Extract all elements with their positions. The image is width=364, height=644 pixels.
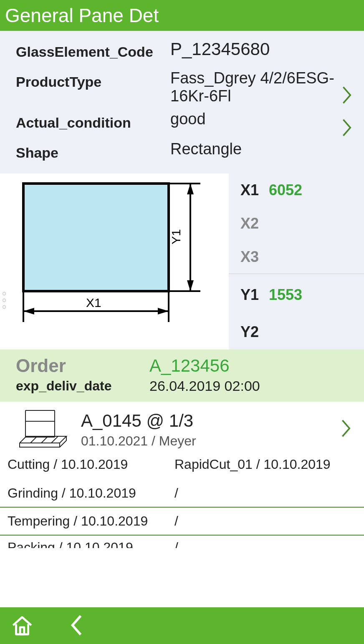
chevron-left-icon [68,614,84,637]
dot-icon [3,299,6,302]
process-left: Cutting / 10.10.2019 [8,457,174,472]
order-block: Order A_123456 exp_deliv_date 26.04.2019… [0,350,364,402]
process-row[interactable]: Grinding / 10.10.2019 / [0,480,364,508]
value-condition: good [170,110,348,128]
process-right: / [174,513,356,529]
dim-y1-value: 1553 [269,286,302,304]
rack-title: A_0145 @ 1/3 [81,411,356,431]
footer-bar [0,607,364,644]
dim-x1-row[interactable]: X1 6052 [229,174,364,207]
value-product-type: Fass_Dgrey 4/2/6ESG-16Kr-6Fl [170,69,348,105]
chevron-right-icon [339,418,354,438]
dim-x2-label: X2 [240,215,259,232]
svg-rect-14 [20,627,24,634]
label-product-type: ProductType [16,69,170,94]
dim-x3-row[interactable]: X3 [229,240,364,274]
back-button[interactable] [68,613,84,639]
svg-marker-7 [23,308,34,314]
product-type-nav[interactable] [340,85,356,102]
dot-icon [3,292,6,295]
dim-x1-label: X1 [240,181,259,199]
rack-block[interactable]: A_0145 @ 1/3 01.10.2021 / Meyer [0,402,364,454]
svg-marker-3 [187,280,194,291]
diagram-x-label: X1 [86,296,101,309]
process-left: Grinding / 10.10.2019 [8,486,174,501]
condition-nav[interactable] [340,118,356,134]
dim-y1-label: Y1 [240,286,259,304]
svg-marker-2 [187,184,194,194]
deliv-label: exp_deliv_date [16,378,149,394]
dim-y1-row[interactable]: Y1 1553 [229,274,364,315]
svg-marker-8 [158,308,169,314]
value-glass-code: P_12345680 [170,39,348,59]
shape-diagram: Y1 X1 [0,174,229,350]
dimension-list: X1 6052 X2 X3 Y1 1553 Y2 [229,174,364,350]
dim-x3-label: X3 [240,248,259,266]
order-value: A_123456 [149,356,230,376]
diagram-y-label: Y1 [169,229,183,244]
dim-y2-label: Y2 [240,323,259,341]
dim-x1-value: 6052 [269,181,302,199]
deliv-value: 26.04.2019 02:00 [149,378,260,394]
process-row[interactable]: Tempering / 10.10.2019 / [0,508,364,536]
page-header: General Pane Det [0,0,364,31]
label-condition: Actual_condition [16,110,170,135]
page-indicator [3,292,6,309]
process-left: Packing / 10.10.2019 [8,540,174,542]
process-left: Tempering / 10.10.2019 [8,513,174,529]
rack-nav[interactable] [339,418,354,440]
chevron-right-icon [340,85,355,105]
rack-subtitle: 01.10.2021 / Meyer [81,433,356,449]
label-glass-code: GlassElement_Code [16,39,170,64]
rack-icon [8,407,78,453]
detail-block: GlassElement_Code P_12345680 ProductType… [0,31,364,174]
process-right: / [174,486,356,501]
svg-rect-0 [23,184,169,291]
process-right: / [174,540,356,542]
process-row[interactable]: Packing / 10.10.2019 / [0,536,364,548]
home-button[interactable] [10,612,34,639]
process-right: RapidCut_01 / 10.10.2019 [174,457,356,472]
process-row[interactable]: Cutting / 10.10.2019 RapidCut_01 / 10.10… [0,454,364,480]
chevron-right-icon [340,118,355,138]
page-title: General Pane Det [5,5,159,26]
order-label: Order [16,355,149,376]
dim-x2-row[interactable]: X2 [229,207,364,240]
label-shape: Shape [16,140,170,165]
home-icon [10,613,34,637]
value-shape: Rectangle [170,140,348,158]
dot-icon [3,305,6,309]
process-list: Cutting / 10.10.2019 RapidCut_01 / 10.10… [0,454,364,548]
shape-section: Y1 X1 X1 6052 X2 X3 Y1 1 [0,174,364,350]
dim-y2-row[interactable]: Y2 [229,315,364,349]
